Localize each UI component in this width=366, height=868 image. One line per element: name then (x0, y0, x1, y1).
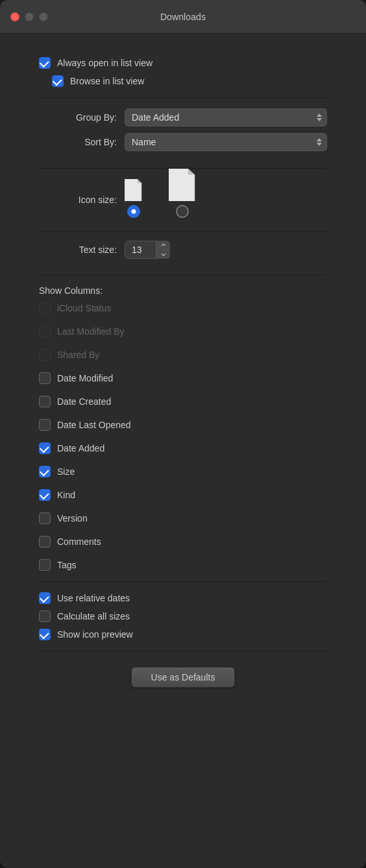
col-lastmodified-label: Last Modified By (57, 326, 125, 337)
calculate-all-sizes-checkbox[interactable] (39, 610, 51, 622)
col-datelastopened-label: Date Last Opened (57, 420, 131, 430)
col-datecreated-label: Date Created (57, 396, 111, 407)
chevron-up-icon (161, 243, 166, 247)
group-by-row: Group By: Date Added None Name Date Modi… (39, 108, 327, 127)
always-open-label: Always open in list view (57, 58, 152, 68)
footer-section: Use as Defaults (39, 651, 327, 694)
chevron-down-icon (161, 253, 166, 256)
title-bar: Downloads (0, 0, 366, 34)
use-relative-dates-label: Use relative dates (57, 593, 130, 603)
bottom-options-section: Use relative dates Calculate all sizes S… (39, 582, 327, 651)
col-version-label: Version (57, 513, 88, 524)
text-size-label: Text size: (39, 245, 117, 255)
window-title: Downloads (160, 12, 206, 22)
text-size-row: Text size: (39, 241, 327, 259)
icon-size-controls (125, 179, 196, 221)
view-options-section: Always open in list view Browse in list … (39, 47, 327, 98)
use-relative-dates-checkbox[interactable] (39, 592, 51, 604)
text-size-stepper-arrows (156, 241, 170, 259)
icon-size-section: Icon size: (39, 169, 327, 232)
groupsort-section: Group By: Date Added None Name Date Modi… (39, 98, 327, 169)
show-columns-heading: Show Columns: (39, 285, 327, 296)
show-icon-preview-checkbox[interactable] (39, 629, 51, 640)
col-comments-row: Comments (39, 536, 327, 548)
col-datemodified-checkbox[interactable] (39, 372, 51, 384)
text-size-section: Text size: (39, 232, 327, 275)
calculate-all-sizes-label: Calculate all sizes (57, 611, 130, 621)
minimize-button[interactable] (25, 12, 34, 21)
col-lastmodified-checkbox[interactable] (39, 326, 51, 337)
group-by-label: Group By: (39, 112, 117, 123)
small-file-icon (125, 179, 143, 201)
text-size-stepper-wrapper (125, 241, 170, 259)
show-columns-section: Show Columns: iCloud Status Last Modifie… (39, 275, 327, 582)
col-comments-checkbox[interactable] (39, 536, 51, 548)
col-datecreated-checkbox[interactable] (39, 396, 51, 407)
use-as-defaults-button[interactable]: Use as Defaults (131, 667, 236, 688)
col-datemodified-label: Date Modified (57, 373, 113, 383)
icon-previews (125, 179, 196, 218)
always-open-row: Always open in list view (39, 57, 327, 69)
group-by-select[interactable]: Date Added None Name Date Modified Date … (125, 108, 327, 127)
col-sharedby-checkbox[interactable] (39, 349, 51, 361)
icon-size-label: Icon size: (39, 195, 117, 205)
col-lastmodified-row: Last Modified By (39, 326, 327, 337)
col-datemodified-row: Date Modified (39, 372, 327, 384)
col-sharedby-label: Shared By (57, 350, 99, 360)
use-relative-dates-row: Use relative dates (39, 592, 327, 604)
icon-size-large-radio[interactable] (176, 205, 189, 218)
col-tags-label: Tags (57, 560, 77, 570)
text-size-decrement-button[interactable] (156, 250, 170, 259)
traffic-lights (10, 12, 48, 21)
col-tags-row: Tags (39, 559, 327, 571)
calculate-all-sizes-row: Calculate all sizes (39, 610, 327, 622)
col-kind-label: Kind (57, 490, 75, 500)
sort-by-select-wrapper: Name Date Modified Date Created Date Add… (125, 133, 327, 151)
show-icon-preview-label: Show icon preview (57, 629, 133, 640)
col-dateadded-label: Date Added (57, 443, 104, 453)
col-version-row: Version (39, 512, 327, 524)
col-size-row: Size (39, 466, 327, 477)
col-size-checkbox[interactable] (39, 466, 51, 477)
col-icloud-label: iCloud Status (57, 303, 111, 313)
text-size-increment-button[interactable] (156, 241, 170, 250)
always-open-checkbox[interactable] (39, 57, 51, 69)
col-datecreated-row: Date Created (39, 396, 327, 407)
col-tags-checkbox[interactable] (39, 559, 51, 571)
group-by-select-wrapper: Date Added None Name Date Modified Date … (125, 108, 327, 127)
close-button[interactable] (10, 12, 19, 21)
col-kind-checkbox[interactable] (39, 489, 51, 501)
col-size-label: Size (57, 466, 75, 477)
col-icloud-checkbox[interactable] (39, 302, 51, 314)
icon-size-small-radio[interactable] (127, 205, 140, 218)
browse-list-row: Browse in list view (39, 75, 327, 87)
browse-list-checkbox[interactable] (52, 75, 64, 87)
col-icloud-row: iCloud Status (39, 302, 327, 314)
col-sharedby-row: Shared By (39, 349, 327, 361)
browse-list-label: Browse in list view (70, 76, 144, 86)
col-datelastopened-checkbox[interactable] (39, 419, 51, 431)
columns-checkbox-list: iCloud Status Last Modified By Shared By… (39, 302, 327, 571)
sort-by-row: Sort By: Name Date Modified Date Created… (39, 133, 327, 151)
sort-by-label: Sort By: (39, 137, 117, 147)
col-datelastopened-row: Date Last Opened (39, 419, 327, 431)
sort-by-select[interactable]: Name Date Modified Date Created Date Add… (125, 133, 327, 151)
icon-size-row: Icon size: (39, 179, 327, 221)
window: Downloads Always open in list view Brows… (0, 0, 366, 868)
svg-marker-1 (138, 179, 141, 183)
col-dateadded-checkbox[interactable] (39, 442, 51, 454)
show-icon-preview-row: Show icon preview (39, 629, 327, 640)
svg-marker-3 (188, 169, 195, 175)
col-version-checkbox[interactable] (39, 512, 51, 524)
large-file-icon (169, 169, 196, 201)
col-kind-row: Kind (39, 489, 327, 501)
maximize-button[interactable] (39, 12, 48, 21)
col-comments-label: Comments (57, 536, 101, 547)
col-dateadded-row: Date Added (39, 442, 327, 454)
